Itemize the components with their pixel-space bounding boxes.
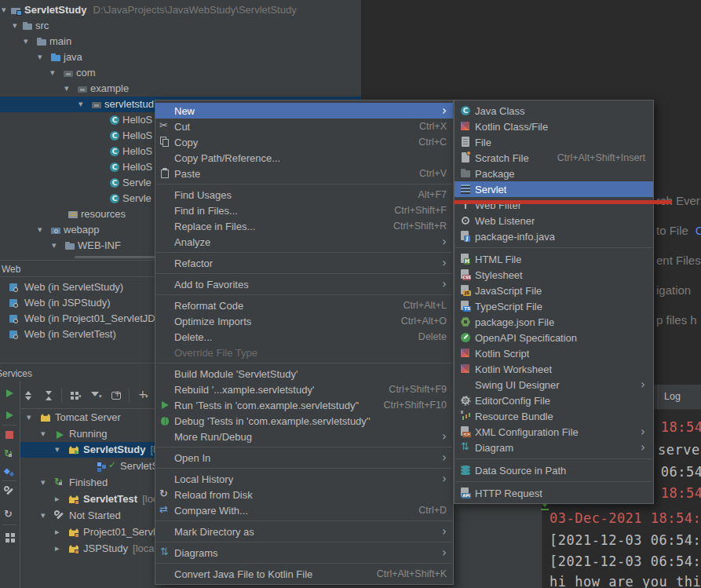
expand-all-icon[interactable] bbox=[22, 389, 35, 402]
tree-row-example[interactable]: example bbox=[0, 81, 361, 97]
submenu-item-editorconfig[interactable]: EditorConfig File bbox=[455, 393, 653, 408]
horizontal-scrollbar[interactable] bbox=[75, 256, 161, 258]
menu-item-find-in-files[interactable]: Find in Files...Ctrl+Shift+F bbox=[155, 203, 453, 218]
database-icon bbox=[459, 464, 472, 477]
tree-row-src[interactable]: src bbox=[0, 18, 361, 34]
submenu-item-package[interactable]: Package bbox=[455, 166, 653, 181]
group-by-icon[interactable] bbox=[69, 389, 82, 402]
filter-icon[interactable] bbox=[89, 389, 102, 402]
menu-item-analyze[interactable]: Analyze bbox=[155, 234, 453, 250]
menu-item-reformat-code[interactable]: Reformat CodeCtrl+Alt+L bbox=[155, 298, 453, 313]
menu-item-copy[interactable]: CopyCtrl+C bbox=[155, 134, 453, 150]
menu-item-reload-from-disk[interactable]: Reload from Disk bbox=[155, 487, 453, 502]
submenu-item-file[interactable]: File bbox=[455, 134, 653, 150]
tree-row-java[interactable]: java bbox=[0, 49, 361, 65]
menu-item-refactor[interactable]: Refactor bbox=[155, 255, 453, 271]
chevron-down-icon[interactable] bbox=[41, 426, 50, 442]
run-icon[interactable] bbox=[3, 386, 16, 399]
submenu-item-swing-ui-designer[interactable]: Swing UI Designer bbox=[455, 377, 653, 393]
menu-item-local-history[interactable]: Local History bbox=[155, 471, 453, 487]
submenu-item-stylesheet[interactable]: Stylesheet bbox=[455, 267, 653, 283]
menu-item-find-usages[interactable]: Find UsagesAlt+F7 bbox=[155, 187, 453, 203]
menu-item-cut[interactable]: CutCtrl+X bbox=[155, 119, 453, 134]
chevron-down-icon[interactable] bbox=[55, 442, 64, 458]
submenu-item-diagram[interactable]: Diagram bbox=[455, 440, 653, 455]
menu-item-debug-tests[interactable]: Debug 'Tests in 'com.example.servletstud… bbox=[155, 413, 453, 429]
chevron-right-icon[interactable] bbox=[55, 491, 64, 507]
chevron-down-icon[interactable] bbox=[41, 475, 50, 491]
menu-item-new[interactable]: New bbox=[155, 103, 453, 119]
menu-item-more-run-debug[interactable]: More Run/Debug bbox=[155, 429, 453, 444]
submenu-item-http-request[interactable]: HTTP Request bbox=[455, 485, 653, 501]
hint-shortcut-fragment: C bbox=[696, 224, 701, 237]
tree-row-com[interactable]: com bbox=[0, 65, 361, 81]
submenu-item-package-info[interactable]: package-info.java bbox=[455, 228, 653, 244]
menu-item-build-module[interactable]: Build Module 'ServletStudy' bbox=[155, 366, 453, 382]
menu-item-run-tests[interactable]: Run 'Tests in 'com.example.servletstudy'… bbox=[155, 397, 453, 413]
chevron-down-icon[interactable] bbox=[64, 81, 74, 97]
chevron-down-icon[interactable] bbox=[38, 222, 47, 238]
chevron-down-icon[interactable] bbox=[38, 49, 47, 65]
menu-separator bbox=[455, 458, 652, 459]
chevron-down-icon[interactable] bbox=[52, 238, 61, 254]
menu-item-compare-with[interactable]: Compare With...Ctrl+D bbox=[155, 502, 453, 518]
submenu-item-kotlin-worksheet[interactable]: Kotlin Worksheet bbox=[455, 361, 653, 377]
chevron-right-icon[interactable] bbox=[55, 524, 64, 540]
services-icon[interactable] bbox=[3, 466, 16, 479]
html-file-icon bbox=[459, 253, 472, 265]
submenu-item-web-filter[interactable]: Web Filter bbox=[455, 197, 653, 213]
console-line: 03-Dec-2021 18:54:1 bbox=[549, 509, 701, 528]
submenu-item-data-source[interactable]: Data Source in Path bbox=[455, 462, 653, 478]
submenu-item-html-file[interactable]: HTML File bbox=[455, 251, 653, 267]
tree-row-project-root[interactable]: ServletStudyD:\JavaProjects\JavaWebStudy… bbox=[0, 2, 361, 18]
chevron-right-icon[interactable] bbox=[55, 541, 64, 557]
chevron-down-icon[interactable] bbox=[50, 65, 60, 81]
copy-icon bbox=[159, 136, 171, 148]
blank-icon bbox=[159, 315, 171, 327]
rerun-icon[interactable] bbox=[3, 408, 16, 421]
chevron-down-icon[interactable] bbox=[41, 508, 50, 524]
stop-icon[interactable] bbox=[3, 429, 16, 441]
menu-item-optimize-imports[interactable]: Optimize ImportsCtrl+Alt+O bbox=[155, 313, 453, 329]
menu-item-copy-path[interactable]: Copy Path/Reference... bbox=[155, 150, 453, 166]
submenu-item-servlet[interactable]: Servlet bbox=[455, 181, 653, 197]
tree-item-label: HelloS bbox=[122, 128, 152, 144]
redeploy-icon[interactable] bbox=[3, 448, 16, 461]
menu-separator bbox=[455, 247, 652, 248]
chevron-down-icon[interactable] bbox=[78, 97, 88, 112]
menu-item-mark-directory-as[interactable]: Mark Directory as bbox=[155, 524, 453, 539]
tab-log[interactable]: Log bbox=[664, 385, 681, 409]
tree-item-label: resources bbox=[81, 206, 126, 222]
submenu-item-package-json[interactable]: package.json File bbox=[455, 314, 653, 330]
submenu-item-kotlin-script[interactable]: Kotlin Script bbox=[455, 345, 653, 361]
collapse-all-icon[interactable] bbox=[42, 389, 55, 402]
web-module-icon bbox=[8, 297, 20, 309]
show-frame-icon[interactable] bbox=[110, 389, 122, 402]
menu-item-paste[interactable]: PasteCtrl+V bbox=[155, 166, 453, 181]
submenu-item-javascript-file[interactable]: JavaScript File bbox=[455, 283, 653, 298]
menu-item-add-to-favorites[interactable]: Add to Favorites bbox=[155, 276, 453, 292]
submenu-item-kotlin-class[interactable]: Kotlin Class/File bbox=[455, 119, 653, 134]
menu-item-rebuild[interactable]: Rebuild '...xample.servletstudy'Ctrl+Shi… bbox=[155, 382, 453, 397]
submenu-item-java-class[interactable]: Java Class bbox=[455, 103, 653, 119]
submenu-item-resource-bundle[interactable]: Resource Bundle bbox=[455, 408, 653, 424]
menu-item-convert-to-kotlin[interactable]: Convert Java File to Kotlin FileCtrl+Alt… bbox=[155, 566, 453, 582]
submenu-item-openapi[interactable]: OpenAPI Specification bbox=[455, 330, 653, 345]
submenu-item-typescript-file[interactable]: TypeScript File bbox=[455, 298, 653, 314]
menu-separator bbox=[156, 542, 452, 542]
refresh-icon[interactable] bbox=[3, 509, 16, 521]
chevron-down-icon[interactable] bbox=[27, 410, 36, 425]
tree-row-main[interactable]: main bbox=[0, 34, 361, 49]
add-service-icon[interactable] bbox=[137, 389, 149, 402]
menu-item-open-in[interactable]: Open In bbox=[155, 450, 453, 466]
submenu-item-xml-config[interactable]: XML Configuration File bbox=[455, 424, 653, 440]
css-file-icon bbox=[459, 268, 472, 281]
menu-item-replace-in-files[interactable]: Replace in Files...Ctrl+Shift+R bbox=[155, 218, 453, 234]
submenu-item-scratch-file[interactable]: Scratch FileCtrl+Alt+Shift+Insert bbox=[455, 150, 653, 166]
menu-item-delete[interactable]: Delete...Delete bbox=[155, 329, 453, 345]
submenu-item-web-listener[interactable]: Web Listener bbox=[455, 213, 653, 228]
dashboard-grid-icon[interactable] bbox=[3, 531, 16, 543]
wrench-settings-icon[interactable] bbox=[3, 485, 16, 498]
chevron-down-icon[interactable] bbox=[24, 34, 33, 49]
menu-item-diagrams[interactable]: Diagrams bbox=[155, 545, 453, 561]
